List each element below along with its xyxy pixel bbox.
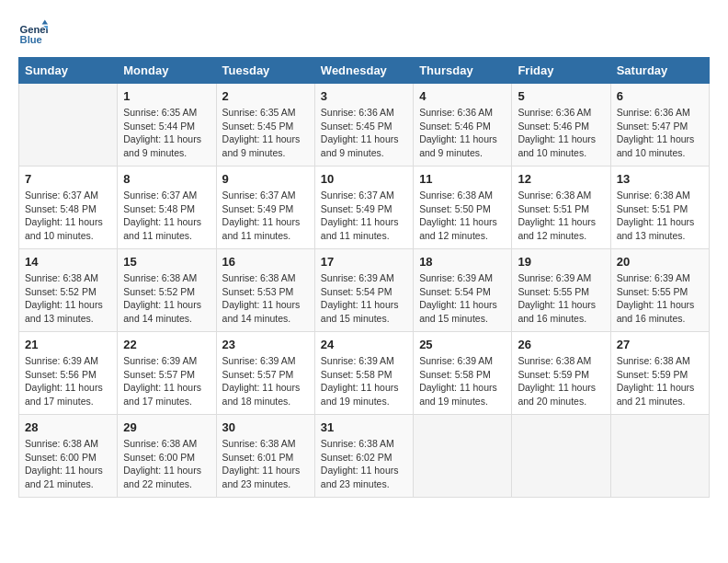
day-number: 3 [321, 89, 407, 103]
calendar-cell: 4 Sunrise: 6:36 AMSunset: 5:46 PMDayligh… [414, 84, 512, 167]
calendar-cell: 5 Sunrise: 6:36 AMSunset: 5:46 PMDayligh… [512, 84, 610, 167]
calendar-cell: 28 Sunrise: 6:38 AMSunset: 6:00 PMDaylig… [19, 415, 118, 498]
day-number: 29 [123, 420, 210, 434]
day-info: Sunrise: 6:39 AMSunset: 5:57 PMDaylight:… [123, 354, 210, 408]
day-info: Sunrise: 6:39 AMSunset: 5:58 PMDaylight:… [321, 354, 407, 408]
day-number: 2 [222, 89, 309, 103]
calendar-cell: 23 Sunrise: 6:39 AMSunset: 5:57 PMDaylig… [216, 332, 314, 415]
day-info: Sunrise: 6:38 AMSunset: 6:00 PMDaylight:… [25, 437, 111, 491]
day-number: 12 [518, 172, 604, 186]
calendar-cell: 2 Sunrise: 6:35 AMSunset: 5:45 PMDayligh… [216, 84, 314, 167]
day-info: Sunrise: 6:39 AMSunset: 5:54 PMDaylight:… [321, 271, 407, 326]
day-number: 25 [419, 338, 506, 351]
day-number: 20 [617, 255, 703, 269]
weekday-header-row: SundayMondayTuesdayWednesdayThursdayFrid… [19, 58, 710, 84]
calendar-week-1: 1 Sunrise: 6:35 AMSunset: 5:44 PMDayligh… [19, 84, 710, 167]
calendar-cell: 19 Sunrise: 6:39 AMSunset: 5:55 PMDaylig… [512, 249, 610, 332]
day-info: Sunrise: 6:35 AMSunset: 5:44 PMDaylight:… [123, 106, 210, 160]
day-info: Sunrise: 6:39 AMSunset: 5:55 PMDaylight:… [518, 271, 604, 326]
day-info: Sunrise: 6:38 AMSunset: 6:01 PMDaylight:… [222, 437, 309, 491]
calendar-cell [414, 415, 512, 498]
day-info: Sunrise: 6:37 AMSunset: 5:48 PMDaylight:… [25, 189, 111, 243]
page-header: General Blue [18, 18, 710, 48]
day-number: 10 [321, 172, 407, 186]
calendar-cell: 26 Sunrise: 6:38 AMSunset: 5:59 PMDaylig… [512, 332, 610, 415]
day-info: Sunrise: 6:38 AMSunset: 5:59 PMDaylight:… [617, 354, 703, 408]
day-number: 17 [321, 255, 407, 269]
day-info: Sunrise: 6:39 AMSunset: 5:58 PMDaylight:… [419, 354, 506, 408]
calendar-cell: 21 Sunrise: 6:39 AMSunset: 5:56 PMDaylig… [19, 332, 118, 415]
day-number: 8 [123, 172, 210, 186]
day-number: 4 [419, 89, 506, 103]
svg-text:Blue: Blue [20, 34, 42, 45]
weekday-tuesday: Tuesday [216, 58, 314, 84]
calendar-cell [512, 415, 610, 498]
calendar-cell: 6 Sunrise: 6:36 AMSunset: 5:47 PMDayligh… [610, 84, 709, 167]
day-info: Sunrise: 6:37 AMSunset: 5:49 PMDaylight:… [321, 189, 407, 243]
calendar-cell: 25 Sunrise: 6:39 AMSunset: 5:58 PMDaylig… [414, 332, 512, 415]
calendar-cell: 8 Sunrise: 6:37 AMSunset: 5:48 PMDayligh… [118, 167, 216, 249]
calendar-cell [610, 415, 709, 498]
calendar-cell: 11 Sunrise: 6:38 AMSunset: 5:50 PMDaylig… [414, 167, 512, 249]
day-number: 21 [25, 338, 111, 351]
day-info: Sunrise: 6:38 AMSunset: 6:00 PMDaylight:… [123, 437, 210, 491]
day-number: 18 [419, 255, 506, 269]
weekday-thursday: Thursday [414, 58, 512, 84]
calendar-cell: 10 Sunrise: 6:37 AMSunset: 5:49 PMDaylig… [314, 167, 413, 249]
calendar-cell: 13 Sunrise: 6:38 AMSunset: 5:51 PMDaylig… [610, 167, 709, 249]
calendar-body: 1 Sunrise: 6:35 AMSunset: 5:44 PMDayligh… [19, 84, 710, 498]
day-number: 19 [518, 255, 604, 269]
day-number: 14 [25, 255, 111, 269]
day-info: Sunrise: 6:37 AMSunset: 5:49 PMDaylight:… [222, 189, 309, 243]
day-info: Sunrise: 6:36 AMSunset: 5:45 PMDaylight:… [321, 106, 407, 160]
calendar-cell: 3 Sunrise: 6:36 AMSunset: 5:45 PMDayligh… [314, 84, 413, 167]
calendar-cell: 24 Sunrise: 6:39 AMSunset: 5:58 PMDaylig… [314, 332, 413, 415]
day-info: Sunrise: 6:36 AMSunset: 5:47 PMDaylight:… [617, 106, 703, 160]
day-number: 26 [518, 338, 604, 351]
calendar-header: SundayMondayTuesdayWednesdayThursdayFrid… [19, 58, 710, 84]
day-info: Sunrise: 6:38 AMSunset: 5:50 PMDaylight:… [419, 189, 506, 243]
day-number: 15 [123, 255, 210, 269]
calendar-week-2: 7 Sunrise: 6:37 AMSunset: 5:48 PMDayligh… [19, 167, 710, 249]
calendar-cell: 18 Sunrise: 6:39 AMSunset: 5:54 PMDaylig… [414, 249, 512, 332]
calendar-cell [19, 84, 118, 167]
day-number: 28 [25, 420, 111, 434]
calendar-cell: 30 Sunrise: 6:38 AMSunset: 6:01 PMDaylig… [216, 415, 314, 498]
day-number: 31 [321, 420, 407, 434]
calendar-week-5: 28 Sunrise: 6:38 AMSunset: 6:00 PMDaylig… [19, 415, 710, 498]
calendar-week-3: 14 Sunrise: 6:38 AMSunset: 5:52 PMDaylig… [19, 249, 710, 332]
day-number: 9 [222, 172, 309, 186]
day-info: Sunrise: 6:36 AMSunset: 5:46 PMDaylight:… [518, 106, 604, 160]
day-info: Sunrise: 6:39 AMSunset: 5:57 PMDaylight:… [222, 354, 309, 408]
calendar-week-4: 21 Sunrise: 6:39 AMSunset: 5:56 PMDaylig… [19, 332, 710, 415]
day-number: 11 [419, 172, 506, 186]
svg-text:General: General [20, 24, 48, 35]
day-number: 1 [123, 89, 210, 103]
day-number: 5 [518, 89, 604, 103]
logo: General Blue [18, 18, 51, 48]
calendar-cell: 9 Sunrise: 6:37 AMSunset: 5:49 PMDayligh… [216, 167, 314, 249]
day-number: 22 [123, 338, 210, 351]
svg-marker-2 [42, 20, 48, 25]
weekday-friday: Friday [512, 58, 610, 84]
calendar-cell: 17 Sunrise: 6:39 AMSunset: 5:54 PMDaylig… [314, 249, 413, 332]
calendar-cell: 29 Sunrise: 6:38 AMSunset: 6:00 PMDaylig… [118, 415, 216, 498]
day-info: Sunrise: 6:38 AMSunset: 5:51 PMDaylight:… [617, 189, 703, 243]
calendar-cell: 14 Sunrise: 6:38 AMSunset: 5:52 PMDaylig… [19, 249, 118, 332]
calendar-cell: 7 Sunrise: 6:37 AMSunset: 5:48 PMDayligh… [19, 167, 118, 249]
day-info: Sunrise: 6:38 AMSunset: 5:53 PMDaylight:… [222, 271, 309, 326]
weekday-saturday: Saturday [610, 58, 709, 84]
calendar-cell: 16 Sunrise: 6:38 AMSunset: 5:53 PMDaylig… [216, 249, 314, 332]
day-info: Sunrise: 6:39 AMSunset: 5:56 PMDaylight:… [25, 354, 111, 408]
weekday-wednesday: Wednesday [314, 58, 413, 84]
logo-icon: General Blue [18, 18, 48, 48]
calendar-cell: 22 Sunrise: 6:39 AMSunset: 5:57 PMDaylig… [118, 332, 216, 415]
day-number: 30 [222, 420, 309, 434]
day-number: 6 [617, 89, 703, 103]
day-info: Sunrise: 6:36 AMSunset: 5:46 PMDaylight:… [419, 106, 506, 160]
day-info: Sunrise: 6:38 AMSunset: 5:59 PMDaylight:… [518, 354, 604, 408]
calendar-cell: 27 Sunrise: 6:38 AMSunset: 5:59 PMDaylig… [610, 332, 709, 415]
day-number: 13 [617, 172, 703, 186]
day-info: Sunrise: 6:38 AMSunset: 5:52 PMDaylight:… [25, 271, 111, 326]
calendar-cell: 31 Sunrise: 6:38 AMSunset: 6:02 PMDaylig… [314, 415, 413, 498]
